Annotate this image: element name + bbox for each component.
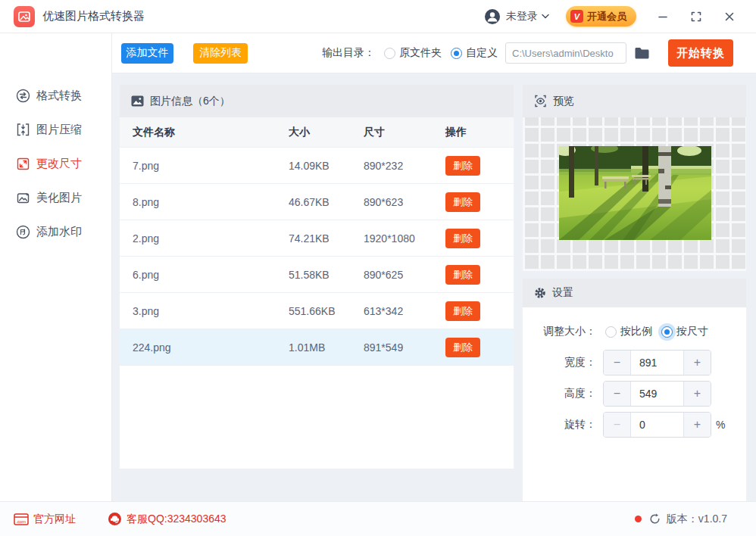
sidebar-item-watermark[interactable]: 添加水印: [0, 215, 111, 249]
sidebar-item-resize[interactable]: 更改尺寸: [0, 147, 111, 181]
sidebar-item-label: 更改尺寸: [36, 157, 82, 171]
cell-dims: 613*342: [364, 305, 445, 317]
width-increment-button[interactable]: +: [683, 351, 711, 375]
official-website-link[interactable]: .com 官方网址: [14, 513, 76, 526]
col-size: 大小: [289, 126, 364, 139]
cell-dims: 890*623: [364, 196, 445, 208]
official-website-label: 官方网址: [33, 513, 76, 526]
sidebar-item-label: 美化图片: [36, 191, 82, 205]
table-section-title: 图片信息（6个）: [150, 95, 230, 108]
table-header-row: 文件名称 大小 尺寸 操作: [120, 117, 514, 148]
cell-dims: 891*549: [364, 341, 445, 354]
delete-button[interactable]: 删除: [445, 192, 480, 212]
check-update-icon[interactable]: [649, 513, 661, 525]
radio-circle-icon: [451, 48, 462, 59]
status-dot-icon: [635, 516, 642, 522]
open-vip-button[interactable]: V 开通会员: [566, 6, 636, 26]
rotate-increment-button[interactable]: +: [683, 413, 711, 437]
rotate-input[interactable]: [631, 413, 683, 437]
width-row: 宽度： − +: [523, 349, 746, 376]
cell-filename: 3.png: [133, 305, 289, 317]
sidebar-item-label: 格式转换: [36, 89, 82, 103]
table-row[interactable]: 6.png 51.58KB 890*625 删除: [120, 257, 514, 293]
table-row[interactable]: 3.png 551.66KB 613*342 删除: [120, 293, 514, 329]
resize-label: 调整大小：: [523, 325, 596, 338]
radio-original-folder[interactable]: 原文件夹: [384, 46, 442, 60]
avatar-icon: [484, 8, 501, 25]
width-decrement-button[interactable]: −: [604, 351, 631, 375]
footer: .com 官方网址 客服QQ:3234303643 版本：v1.0.7: [0, 501, 756, 536]
cell-size: 1.01MB: [289, 341, 364, 354]
sidebar-item-label: 添加水印: [36, 225, 82, 239]
cell-dims: 890*625: [364, 269, 445, 281]
start-convert-button[interactable]: 开始转换: [668, 39, 733, 67]
sidebar-item-format-convert[interactable]: 格式转换: [0, 79, 111, 113]
vip-badge-icon: V: [570, 10, 583, 23]
chevron-down-icon: [542, 14, 549, 19]
cell-dims: 890*232: [364, 160, 445, 172]
login-menu[interactable]: 未登录: [484, 8, 549, 25]
output-path-input[interactable]: [505, 42, 626, 64]
cell-filename: 2.png: [133, 232, 289, 245]
preview-checkerboard: [523, 117, 746, 271]
cell-dims: 1920*1080: [364, 232, 445, 245]
delete-button[interactable]: 删除: [445, 301, 480, 321]
height-decrement-button[interactable]: −: [604, 382, 631, 406]
delete-button[interactable]: 删除: [445, 156, 480, 176]
cell-filename: 224.png: [133, 341, 289, 354]
clear-list-button[interactable]: 清除列表: [193, 43, 248, 64]
radio-by-size[interactable]: 按尺寸: [661, 325, 708, 338]
cell-size: 14.09KB: [289, 160, 364, 172]
output-dir-label: 输出目录：: [322, 46, 375, 60]
preview-panel: 预览: [523, 85, 746, 271]
width-stepper: − +: [603, 350, 711, 376]
app-title: 优速图片格式转换器: [42, 9, 145, 23]
gear-icon: [534, 287, 546, 299]
radio-by-ratio[interactable]: 按比例: [605, 325, 652, 338]
resize-icon: [16, 157, 30, 171]
sidebar-item-beautify[interactable]: 美化图片: [0, 181, 111, 215]
cell-size: 551.66KB: [289, 305, 364, 317]
sidebar-item-label: 图片压缩: [36, 123, 82, 137]
version-label: 版本：v1.0.7: [667, 513, 727, 526]
cell-size: 51.58KB: [289, 269, 364, 281]
content-area: 添加文件 清除列表 输出目录： 原文件夹 自定义 开始转换: [112, 33, 756, 501]
cell-filename: 8.png: [133, 196, 289, 208]
delete-button[interactable]: 删除: [445, 229, 480, 248]
rotate-unit-label: %: [716, 419, 725, 431]
file-table-panel: 图片信息（6个） 文件名称 大小 尺寸 操作 7.png 14.09KB 890…: [120, 85, 514, 469]
delete-button[interactable]: 删除: [445, 265, 480, 285]
table-row-selected[interactable]: 224.png 1.01MB 891*549 删除: [120, 329, 514, 366]
rotate-stepper: − +: [603, 412, 711, 438]
width-input[interactable]: [631, 351, 683, 375]
sidebar: 格式转换 图片压缩 更改尺寸 美化图片 添加水印: [0, 33, 112, 501]
titlebar: 优速图片格式转换器 未登录 V 开通会员: [0, 0, 756, 33]
minimize-button[interactable]: [656, 10, 670, 23]
resize-mode-row: 调整大小： 按比例 按尺寸: [523, 318, 746, 345]
col-dims: 尺寸: [364, 126, 445, 139]
height-increment-button[interactable]: +: [683, 382, 711, 406]
browse-folder-icon[interactable]: [634, 47, 650, 60]
rotate-decrement-button[interactable]: −: [604, 413, 631, 437]
radio-custom-folder[interactable]: 自定义: [451, 46, 498, 60]
image-info-icon: [131, 95, 144, 107]
delete-button[interactable]: 删除: [445, 338, 480, 357]
app-logo-icon: [14, 6, 35, 27]
table-row[interactable]: 8.png 46.67KB 890*623 删除: [120, 184, 514, 220]
add-files-button[interactable]: 添加文件: [121, 43, 173, 64]
table-row[interactable]: 2.png 74.21KB 1920*1080 删除: [120, 220, 514, 257]
preview-image: [559, 146, 711, 240]
settings-header: 设置: [523, 279, 746, 307]
cell-filename: 6.png: [133, 269, 289, 281]
table-row[interactable]: 7.png 14.09KB 890*232 删除: [120, 148, 514, 184]
maximize-button[interactable]: [689, 10, 703, 23]
preview-header: 预览: [523, 85, 746, 117]
sidebar-item-compress[interactable]: 图片压缩: [0, 113, 111, 147]
preview-icon: [534, 95, 547, 108]
close-button[interactable]: [723, 10, 736, 23]
qq-support-link[interactable]: 客服QQ:3234303643: [108, 512, 226, 526]
login-status-label: 未登录: [506, 10, 538, 23]
compress-icon: [16, 123, 30, 137]
website-icon: .com: [14, 513, 29, 525]
height-input[interactable]: [631, 382, 683, 406]
